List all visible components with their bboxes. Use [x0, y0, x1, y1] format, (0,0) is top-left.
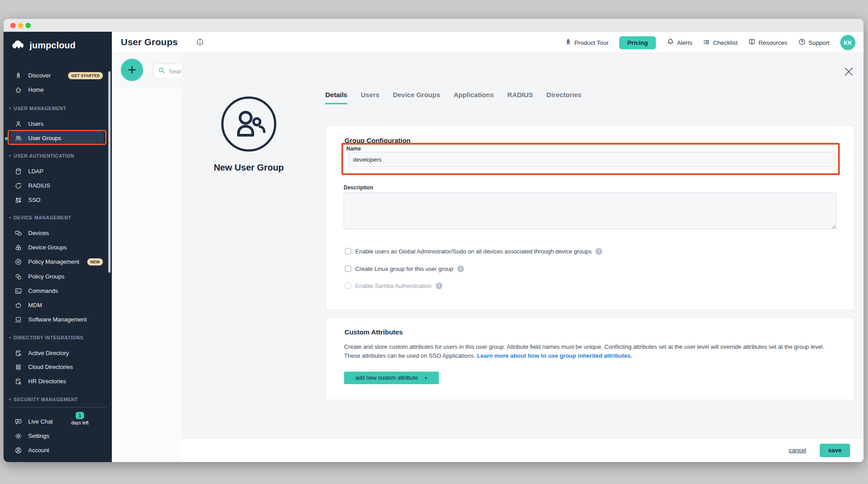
question-circle-icon [798, 38, 806, 47]
inherited-attributes-link[interactable]: Learn more about how to use group inheri… [477, 352, 632, 359]
account-icon [15, 447, 22, 454]
close-window-button[interactable] [10, 23, 16, 28]
add-user-group-button[interactable] [121, 59, 143, 81]
sidebar-section-user-authentication[interactable]: ▾ USER AUTHENTICATION [4, 150, 112, 162]
sidebar-item-discover[interactable]: Discover GET STARTED [4, 69, 112, 82]
checkbox-global-administrator[interactable]: Enable users as Global Administrator/Sud… [345, 247, 602, 256]
sidebar-item-live-chat[interactable]: Live Chat 1 days left [4, 415, 112, 428]
search-icon [158, 67, 165, 76]
apple-icon [15, 302, 22, 309]
rocket-icon [15, 72, 22, 79]
caret-down-icon: ▼ [424, 376, 428, 380]
sidebar-item-software-management[interactable]: Software Management [4, 313, 112, 326]
circles-icon [15, 273, 22, 280]
checkbox-icon[interactable] [345, 248, 351, 254]
info-icon[interactable] [196, 38, 204, 46]
stack-icon [15, 364, 22, 371]
sidebar-item-hr-directories[interactable]: HR Directories [4, 374, 112, 388]
checkbox-icon[interactable] [345, 283, 351, 289]
resources-button[interactable]: Resources [748, 38, 787, 47]
sidebar-item-mdm[interactable]: MDM [4, 298, 112, 312]
logo-wordmark: jumpcloud [30, 40, 76, 51]
sidebar-item-devices[interactable]: Devices [4, 226, 112, 240]
user-group-icon [15, 135, 22, 142]
grid-icon [15, 197, 22, 204]
checklist-button[interactable]: Checklist [703, 39, 737, 47]
gear-icon [15, 433, 22, 440]
rocket-icon [565, 39, 572, 47]
checklist-icon [703, 39, 710, 47]
sidebar-item-active-directory[interactable]: Active Directory [4, 346, 112, 360]
tab-details[interactable]: Details [325, 91, 347, 104]
sidebar-item-settings[interactable]: Settings [4, 429, 112, 443]
chevron-down-icon: ▾ [9, 215, 11, 220]
sidebar-item-cloud-directories[interactable]: Cloud Directories [4, 360, 112, 374]
sidebar-item-account[interactable]: Account [4, 443, 112, 457]
new-badge: NEW [87, 258, 103, 266]
get-started-badge: GET STARTED [68, 72, 103, 79]
devices-icon [15, 230, 22, 237]
days-left-badge: 1 [76, 412, 84, 419]
trial-countdown: 1 days left [71, 412, 89, 425]
group-name-input[interactable] [348, 152, 836, 167]
jumpcloud-logo[interactable]: jumpcloud [12, 39, 76, 51]
radius-icon [15, 182, 22, 189]
tab-radius[interactable]: RADIUS [507, 91, 533, 104]
checkbox-linux-group[interactable]: Create Linux group for this user group i [345, 264, 464, 273]
sidebar-item-home[interactable]: Home [4, 83, 112, 97]
sidebar-item-ldap[interactable]: LDAP [4, 164, 112, 178]
custom-attributes-description: Create and store custom attributes for u… [344, 343, 838, 360]
sidebar-section-device-management[interactable]: ▾ DEVICE MANAGEMENT [4, 212, 112, 223]
sidebar-item-collapse-menu[interactable]: Collapse Menu [4, 458, 112, 462]
pricing-button[interactable]: Pricing [619, 36, 656, 49]
checkbox-icon[interactable] [345, 266, 351, 272]
page-header: User Groups Product Tour Pricing Alerts … [112, 32, 864, 53]
zoom-window-button[interactable] [26, 23, 31, 28]
sidebar-scrollbar[interactable] [108, 71, 111, 273]
database-icon [15, 168, 22, 175]
tab-users[interactable]: Users [361, 91, 379, 104]
tab-applications[interactable]: Applications [454, 91, 494, 104]
sidebar-section-security-management[interactable]: ▾ SECURITY MANAGEMENT [4, 394, 112, 405]
sidebar-item-commands[interactable]: Commands [4, 284, 112, 298]
alerts-button[interactable]: Alerts [667, 38, 693, 47]
product-tour-button[interactable]: Product Tour [565, 39, 608, 47]
support-button[interactable]: Support [798, 38, 830, 47]
book-icon [748, 38, 756, 47]
cloud-logo-icon [12, 39, 27, 51]
sidebar-section-user-management[interactable]: ▾ USER MANAGEMENT [4, 103, 112, 114]
sidebar-item-user-groups[interactable]: User Groups [10, 131, 104, 145]
info-icon[interactable]: i [596, 248, 602, 255]
sidebar-divider [9, 407, 106, 407]
save-button[interactable]: save [820, 444, 850, 457]
name-label: Name [346, 146, 361, 152]
info-icon[interactable]: i [457, 266, 464, 272]
chevron-down-icon: ▾ [9, 397, 11, 402]
description-textarea[interactable] [344, 193, 836, 229]
sidebar-item-radius[interactable]: RADIUS [4, 179, 112, 193]
close-icon[interactable] [843, 66, 855, 77]
checkbox-samba-authentication[interactable]: Enable Samba Authentication i [345, 281, 443, 290]
modal-tabs: Details Users Device Groups Applications… [325, 91, 582, 104]
add-custom-attribute-button[interactable]: add new custom attribute ▼ [344, 372, 439, 384]
tab-directories[interactable]: Directories [546, 91, 581, 104]
custom-attributes-heading: Custom Attributes [345, 328, 403, 336]
directory-icon [15, 350, 22, 357]
window-titlebar [4, 19, 864, 32]
tab-device-groups[interactable]: Device Groups [393, 91, 440, 104]
sidebar-item-device-groups[interactable]: Device Groups [4, 240, 112, 254]
avatar[interactable]: KK [840, 35, 855, 50]
minimize-window-button[interactable] [18, 23, 23, 28]
terminal-icon [15, 287, 22, 295]
sidebar-item-policy-management[interactable]: Policy Management NEW [4, 255, 112, 269]
sidebar-item-sso[interactable]: SSO [4, 193, 112, 207]
sidebar-section-directory-integrations[interactable]: ▾ DIRECTORY INTEGRATIONS [4, 332, 112, 343]
new-user-group-modal: New User Group Details Users Device Grou… [182, 53, 864, 462]
sidebar-item-policy-groups[interactable]: Policy Groups [4, 270, 112, 283]
cancel-button[interactable]: cancel [789, 447, 806, 454]
bell-icon [667, 38, 674, 47]
sidebar-item-users[interactable]: Users [4, 117, 112, 131]
active-indicator-dot [5, 137, 8, 140]
user-icon [15, 120, 22, 128]
info-icon[interactable]: i [436, 283, 443, 289]
